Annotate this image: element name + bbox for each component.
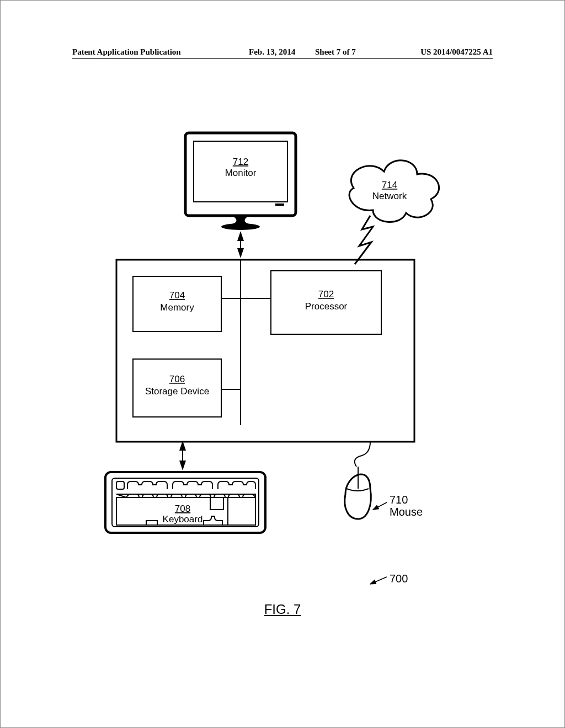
svg-point-3 — [221, 223, 260, 230]
monitor-icon: 712 Monitor — [185, 133, 296, 230]
memory-label: Memory — [160, 302, 194, 313]
monitor-label: Monitor — [225, 168, 257, 178]
storage-label: Storage Device — [145, 386, 209, 397]
mouse-cable — [355, 442, 370, 467]
page-header: Patent Application Publication Feb. 13, … — [72, 47, 493, 57]
memory-num: 704 — [169, 290, 185, 301]
overall-ref-lead — [370, 577, 387, 584]
storage-box: 706 Storage Device — [133, 359, 221, 417]
mouse-lead — [373, 502, 387, 510]
network-num: 714 — [382, 180, 397, 190]
monitor-num: 712 — [233, 157, 248, 167]
bus-lines — [221, 260, 271, 425]
wireless-link-icon — [355, 216, 373, 264]
keyboard-num: 708 — [175, 504, 190, 514]
keyboard-label: Keyboard — [163, 514, 203, 524]
mouse-icon — [345, 467, 371, 519]
mouse-num: 710 — [390, 494, 408, 506]
sheet-number: Sheet 7 of 7 — [315, 47, 356, 57]
publication-date: Feb. 13, 2014 — [249, 47, 295, 57]
figure-diagram: 712 Monitor 714 Network — [94, 127, 470, 591]
svg-rect-2 — [275, 204, 284, 206]
processor-label: Processor — [305, 301, 348, 312]
storage-num: 706 — [169, 374, 185, 384]
publication-type: Patent Application Publication — [72, 47, 181, 57]
figure-label: FIG. 7 — [264, 602, 301, 617]
header-rule — [72, 58, 493, 59]
publication-number: US 2014/0047225 A1 — [420, 47, 493, 57]
memory-box: 704 Memory — [133, 276, 221, 331]
keyboard-icon: 708 Keyboard — [105, 472, 265, 533]
network-icon: 714 Network — [349, 160, 439, 222]
processor-num: 702 — [318, 289, 334, 299]
mouse-label: Mouse — [390, 506, 423, 518]
svg-rect-12 — [116, 481, 124, 489]
overall-ref-num: 700 — [390, 572, 408, 585]
patent-page: Patent Application Publication Feb. 13, … — [0, 0, 565, 728]
network-label: Network — [372, 191, 407, 201]
computer-box — [116, 260, 414, 442]
processor-box: 702 Processor — [271, 271, 381, 334]
